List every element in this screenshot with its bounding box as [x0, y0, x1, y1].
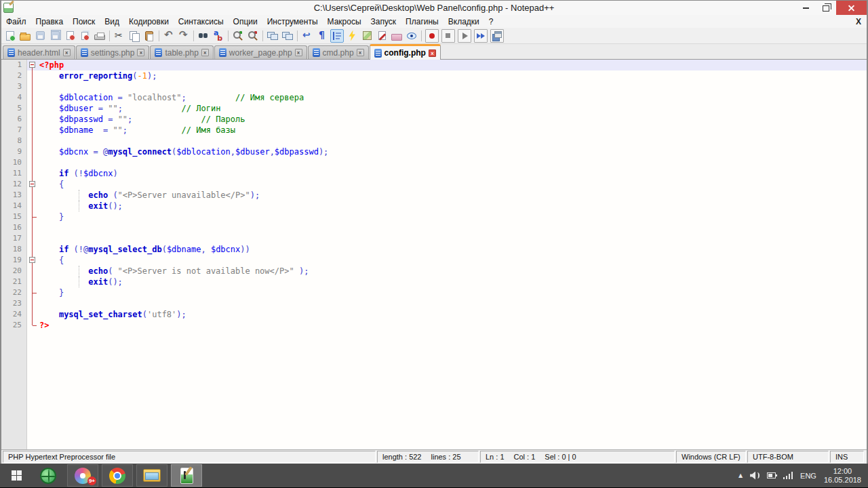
word-wrap-icon[interactable] [300, 29, 314, 43]
redo-icon[interactable] [177, 29, 191, 43]
folder-as-workspace-icon[interactable] [390, 29, 403, 43]
file-explorer-taskbar-button[interactable] [136, 464, 167, 487]
stop-macro-icon[interactable] [441, 29, 455, 43]
status-insert-mode[interactable]: INS [830, 451, 864, 463]
fold-collapse-box[interactable] [29, 181, 35, 187]
close-tab-icon[interactable]: x [201, 49, 209, 56]
record-macro-icon[interactable] [425, 29, 439, 43]
tab-worker_page-php[interactable]: worker_page.phpx [214, 45, 307, 59]
code-text[interactable]: ?> [38, 320, 867, 331]
close-file-icon[interactable] [63, 29, 77, 43]
start-button[interactable] [0, 464, 33, 487]
code-text[interactable]: $dbcnx = @mysql_connect($dblocation,$dbu… [38, 146, 867, 157]
code-text[interactable]: echo( "<P>Server is not available now</P… [38, 266, 867, 277]
battery-icon[interactable] [767, 472, 776, 479]
undo-icon[interactable] [162, 29, 176, 43]
code-text[interactable]: { [38, 179, 867, 190]
code-text[interactable]: exit(); [38, 277, 867, 287]
open-file-icon[interactable] [18, 29, 32, 43]
tab-table-php[interactable]: table.phpx [150, 45, 213, 59]
indent-guide-icon[interactable] [330, 29, 344, 43]
run-macro-multiple-icon[interactable] [474, 29, 488, 43]
new-file-icon[interactable] [3, 29, 17, 43]
tab-config-php[interactable]: config.phpx [370, 44, 441, 60]
tab-settings-php[interactable]: settings.phpx [76, 45, 150, 59]
gallery-app-taskbar-button[interactable]: 9+ [67, 464, 98, 487]
code-text[interactable]: } [38, 287, 867, 298]
tab-header-html[interactable]: header.htmlx [3, 45, 75, 59]
print-icon[interactable] [93, 29, 106, 43]
code-text[interactable]: $dbname = ""; // Имя базы [38, 125, 867, 136]
close-tab-icon[interactable]: x [137, 49, 144, 56]
menu-item-4[interactable]: Вид [100, 16, 124, 28]
cut-icon[interactable] [113, 29, 126, 43]
menu-item-7[interactable]: Опции [229, 16, 262, 28]
menu-item-9[interactable]: Макросы [323, 16, 366, 28]
restore-button[interactable] [816, 1, 836, 15]
menu-item-12[interactable]: Вкладки [443, 16, 484, 28]
menu-item-1[interactable]: Файл [1, 16, 31, 28]
menu-item-6[interactable]: Синтаксисы [174, 16, 229, 28]
code-editor[interactable]: 1<?php2 error_reporting(-1);34 $dblocati… [1, 60, 867, 449]
monitoring-icon[interactable] [405, 29, 418, 43]
close-tab-icon[interactable]: x [357, 49, 364, 56]
replace-icon[interactable] [212, 29, 225, 43]
show-hidden-icons-button[interactable]: ▲ [738, 472, 743, 479]
zoom-in-icon[interactable] [231, 29, 245, 43]
play-macro-icon[interactable] [458, 29, 471, 43]
code-text[interactable] [38, 222, 867, 233]
code-text[interactable]: echo ("<P>Server unavailable</P>"); [38, 190, 867, 201]
code-text[interactable] [38, 233, 867, 244]
code-text[interactable]: { [38, 255, 867, 266]
document-map-icon[interactable] [360, 29, 374, 43]
menu-item-2[interactable]: Правка [31, 16, 68, 28]
close-tab-icon[interactable]: x [63, 49, 71, 56]
function-list-icon[interactable] [345, 29, 359, 43]
show-all-characters-icon[interactable] [315, 29, 329, 43]
close-tab-icon[interactable]: x [295, 49, 302, 56]
menu-item-13[interactable]: ? [484, 16, 498, 28]
menu-item-11[interactable]: Плагины [401, 16, 443, 28]
close-button[interactable] [836, 1, 867, 15]
menu-item-3[interactable]: Поиск [68, 16, 100, 28]
save-all-icon[interactable] [48, 29, 62, 43]
sync-vertical-icon[interactable] [266, 29, 279, 43]
zoom-out-icon[interactable] [246, 29, 260, 43]
fold-collapse-box[interactable] [29, 62, 35, 68]
menu-item-10[interactable]: Запуск [366, 16, 401, 28]
tab-cmd-php[interactable]: cmd.phpx [308, 45, 369, 59]
notepad-plus-plus-taskbar-button[interactable] [171, 464, 202, 487]
paste-icon[interactable] [142, 29, 156, 43]
menu-item-8[interactable]: Инструменты [262, 16, 323, 28]
code-text[interactable] [38, 136, 867, 146]
browser-globe-taskbar-button[interactable] [33, 464, 64, 487]
close-tab-icon[interactable]: x [429, 49, 436, 57]
code-text[interactable]: $dblocation = "localhost"; // Имя сервер… [38, 92, 867, 103]
network-signal-icon[interactable] [783, 472, 793, 479]
language-indicator[interactable]: ENG [800, 472, 816, 480]
code-text[interactable] [38, 157, 867, 168]
copy-icon[interactable] [127, 29, 141, 43]
volume-icon[interactable] [750, 472, 760, 480]
code-text[interactable]: exit(); [38, 201, 867, 211]
fold-collapse-box[interactable] [29, 257, 35, 263]
code-text[interactable]: $dbpasswd = ""; // Пароль [38, 114, 867, 125]
clock[interactable]: 12:00 16.05.2018 [824, 467, 861, 485]
save-icon[interactable] [33, 29, 47, 43]
code-text[interactable]: if (!@mysql_select_db($dbname, $dbcnx)) [38, 244, 867, 255]
code-text[interactable]: <?php [38, 60, 867, 70]
menu-close-document-button[interactable]: X [850, 17, 867, 26]
sync-horizontal-icon[interactable] [281, 29, 294, 43]
document-list-icon[interactable] [375, 29, 389, 43]
code-text[interactable]: error_reporting(-1); [38, 70, 867, 81]
code-text[interactable]: if (!$dbcnx) [38, 168, 867, 179]
chrome-taskbar-button[interactable] [102, 464, 133, 487]
code-text[interactable]: mysql_set_charset('utf8'); [38, 309, 867, 320]
save-macro-icon[interactable] [490, 29, 504, 43]
menu-item-5[interactable]: Кодировки [124, 16, 174, 28]
code-text[interactable]: } [38, 211, 867, 222]
code-text[interactable]: $dbuser = ""; // Логин [38, 103, 867, 114]
minimize-button[interactable] [795, 1, 816, 15]
close-all-icon[interactable] [78, 29, 92, 43]
code-text[interactable] [38, 81, 867, 92]
